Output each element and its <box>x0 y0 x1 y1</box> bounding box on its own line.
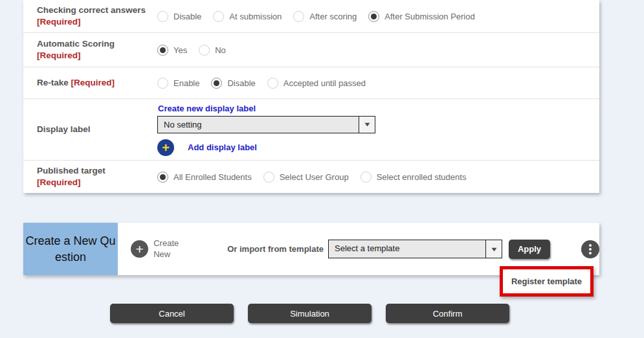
radio-label: After scoring <box>309 12 357 21</box>
radio-disable[interactable]: Disable <box>157 11 201 22</box>
radio-disable[interactable]: Disable <box>211 78 255 89</box>
create-new-display-label-link[interactable]: Create new display label <box>158 104 256 113</box>
create-new-button[interactable]: + Create New <box>131 238 184 260</box>
radio-icon[interactable] <box>361 172 372 183</box>
add-display-label-row: + Add display label <box>157 139 257 156</box>
register-template-menu-item[interactable]: Register template <box>500 266 594 297</box>
required-badge: [Required] <box>37 51 81 60</box>
radio-icon[interactable] <box>213 11 224 22</box>
vertical-dots <box>589 244 592 254</box>
footer-actions: Cancel Simulation Confirm <box>110 304 509 323</box>
radio-no[interactable]: No <box>199 45 226 56</box>
row-display-label: Display label Create new display label N… <box>23 99 599 161</box>
radio-icon[interactable] <box>199 45 210 56</box>
field-label: Checking correct answers <box>37 5 146 15</box>
required-badge: [Required] <box>37 177 81 187</box>
radio-label: Disable <box>227 78 255 88</box>
row-label: Automatic Scoring [Required] <box>23 38 157 61</box>
radio-yes[interactable]: Yes <box>157 45 187 56</box>
radio-icon[interactable] <box>157 172 168 183</box>
chevron-down-icon[interactable]: ▼ <box>485 240 502 258</box>
register-template-label: Register template <box>511 276 582 286</box>
radio-label: Select User Group <box>280 172 349 182</box>
radio-label: Yes <box>173 45 187 55</box>
plus-icon: + <box>131 240 148 258</box>
cancel-button[interactable]: Cancel <box>110 304 234 323</box>
required-badge: [Required] <box>71 78 115 87</box>
radio-all-enrolled-students[interactable]: All Enrolled Students <box>157 172 252 183</box>
section-title: Create a New Question <box>23 223 118 275</box>
radio-label: Enable <box>173 78 199 88</box>
radio-label: Select enrolled students <box>377 172 467 182</box>
radio-group-retake: Enable Disable Accepted until passed <box>157 78 599 89</box>
radio-icon[interactable] <box>157 45 168 56</box>
row-label: Checking correct answers [Required] <box>23 5 157 27</box>
radio-label: All Enrolled Students <box>173 172 252 182</box>
radio-label: At submission <box>229 12 282 21</box>
row-retake: Re-take [Required] Enable Disable Accept… <box>23 67 599 99</box>
field-label: Re-take <box>37 78 69 87</box>
required-badge: [Required] <box>37 17 81 27</box>
simulation-button[interactable]: Simulation <box>248 304 372 323</box>
plus-icon[interactable]: + <box>157 139 174 156</box>
display-label-controls: Create new display label No setting ▼ + … <box>157 98 599 161</box>
radio-icon[interactable] <box>267 78 278 89</box>
radio-icon[interactable] <box>157 78 168 89</box>
row-label: Display label <box>23 124 157 135</box>
select-value: Select a template <box>329 240 485 258</box>
radio-select-user-group[interactable]: Select User Group <box>263 172 349 183</box>
radio-label: Disable <box>173 12 201 21</box>
row-published-target: Published target [Required] All Enrolled… <box>23 161 599 193</box>
radio-group-checking: Disable At submission After scoring Afte… <box>157 11 599 22</box>
radio-icon[interactable] <box>293 11 304 22</box>
template-select[interactable]: Select a template ▼ <box>328 240 502 258</box>
radio-label: After Submission Period <box>384 12 474 21</box>
field-label: Automatic Scoring <box>37 39 115 49</box>
kebab-menu-icon[interactable] <box>581 240 599 258</box>
row-label: Re-take [Required] <box>23 77 157 89</box>
row-checking-correct-answers: Checking correct answers [Required] Disa… <box>23 0 599 33</box>
radio-select-enrolled-students[interactable]: Select enrolled students <box>361 172 467 183</box>
chevron-down-icon[interactable]: ▼ <box>359 117 375 133</box>
radio-icon[interactable] <box>157 11 168 22</box>
apply-button[interactable]: Apply <box>509 240 550 259</box>
radio-after-submission-period[interactable]: After Submission Period <box>368 11 474 22</box>
import-from-template-label: Or import from template <box>227 244 324 254</box>
confirm-button[interactable]: Confirm <box>386 304 509 323</box>
row-label: Published target [Required] <box>23 165 157 188</box>
display-label-select[interactable]: No setting ▼ <box>157 116 375 133</box>
field-label: Display label <box>37 124 91 134</box>
radio-group-scoring: Yes No <box>157 45 599 56</box>
radio-group-published-target: All Enrolled Students Select User Group … <box>157 172 599 183</box>
radio-label: No <box>215 45 226 55</box>
create-new-label: Create New <box>153 238 184 260</box>
radio-label: Accepted until passed <box>283 78 366 88</box>
field-label: Published target <box>37 166 105 175</box>
radio-accepted-until-passed[interactable]: Accepted until passed <box>267 78 366 89</box>
add-display-label-link[interactable]: Add display label <box>188 142 257 152</box>
quiz-settings-panel: Checking correct answers [Required] Disa… <box>23 0 599 193</box>
radio-icon[interactable] <box>211 78 222 89</box>
row-automatic-scoring: Automatic Scoring [Required] Yes No <box>23 33 599 67</box>
radio-icon[interactable] <box>368 11 379 22</box>
radio-after-scoring[interactable]: After scoring <box>293 11 357 22</box>
select-value: No setting <box>158 117 359 133</box>
radio-icon[interactable] <box>263 172 274 183</box>
radio-at-submission[interactable]: At submission <box>213 11 282 22</box>
radio-enable[interactable]: Enable <box>157 78 199 89</box>
